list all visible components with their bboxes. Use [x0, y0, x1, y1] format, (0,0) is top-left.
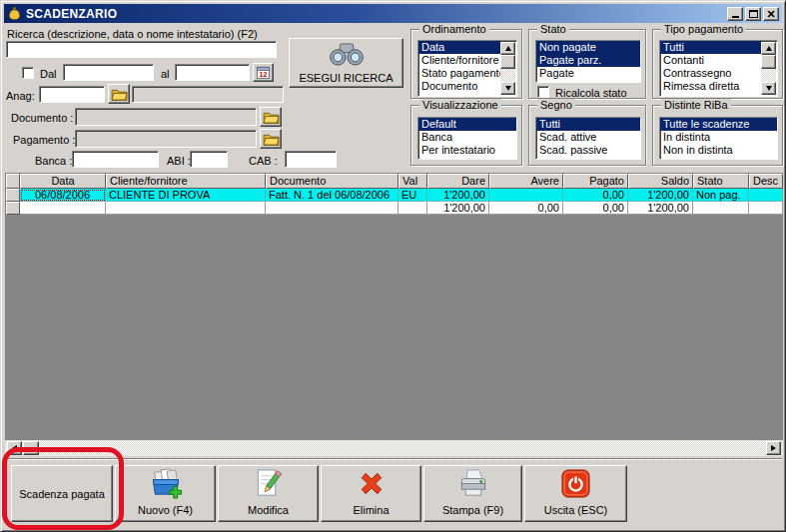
scrollbar-thumb[interactable] — [761, 55, 776, 69]
scroll-down-icon — [766, 86, 772, 91]
scroll-left-button[interactable] — [7, 441, 22, 455]
list-item[interactable]: Documento — [418, 80, 501, 93]
scrollbar-thumb[interactable] — [23, 441, 39, 455]
power-icon — [561, 466, 590, 501]
documento-browse-button[interactable] — [260, 107, 282, 127]
table-cell[interactable]: 0,00 — [563, 189, 628, 202]
anag-input[interactable] — [39, 86, 105, 103]
table-cell[interactable] — [489, 189, 563, 202]
scroll-up-button[interactable] — [500, 42, 515, 55]
elimina-button[interactable]: Elimina — [321, 465, 421, 522]
esegui-ricerca-button[interactable]: ESEGUI RICERCA — [289, 38, 403, 88]
esegui-ricerca-label: ESEGUI RICERCA — [299, 72, 393, 84]
modifica-button[interactable]: Modifica — [218, 465, 319, 522]
maximize-button[interactable] — [745, 7, 761, 21]
table-cell[interactable]: Fatt. N. 1 del 06/08/2006 — [266, 189, 398, 202]
table-cell: 0,00 — [563, 202, 628, 215]
scrollbar-vertical[interactable] — [500, 42, 515, 95]
column-header[interactable]: Data — [20, 174, 106, 189]
column-header[interactable]: Documento — [266, 174, 398, 189]
list-item[interactable]: Rimessa diretta — [660, 80, 762, 93]
calendar-button[interactable]: 12 — [253, 63, 274, 82]
list-item[interactable]: Scad. attive — [536, 131, 640, 144]
ricerca-label: Ricerca (descrizione, data o nome intest… — [7, 28, 258, 40]
table-row[interactable]: 06/08/2006 CLIENTE DI PROVA Fatt. N. 1 d… — [6, 189, 783, 202]
scroll-up-icon — [766, 46, 772, 51]
list-item[interactable]: Tutti — [660, 41, 762, 54]
table-totals-row: 1'200,00 0,00 0,00 1'200,00 — [6, 202, 783, 215]
list-item[interactable]: Tutte le scadenze — [660, 118, 777, 131]
scroll-right-button[interactable] — [766, 441, 781, 455]
scrollbar-thumb[interactable] — [500, 55, 515, 69]
title-bar: SCADENZARIO ✕ — [4, 4, 782, 23]
calendar-icon: 12 — [256, 65, 271, 80]
column-header[interactable]: Cliente/fornitore — [106, 174, 266, 189]
nuovo-button[interactable]: Nuovo (F4) — [115, 465, 216, 522]
dal-checkbox[interactable] — [22, 67, 34, 79]
scadenza-pagata-button[interactable]: Scadenza pagata — [11, 465, 113, 522]
visualizzazione-groupbox: Visualizzazione Default Banca Per intest… — [410, 105, 522, 166]
column-header[interactable]: Stato — [693, 174, 749, 189]
scroll-down-button[interactable] — [500, 82, 515, 95]
list-item[interactable]: Data — [418, 41, 501, 54]
elimina-label: Elimina — [353, 504, 389, 516]
pagamento-label: Pagamento : — [13, 134, 75, 146]
tipo-pagamento-listbox: Tutti Contanti Contrassegno Rimessa dire… — [659, 40, 778, 97]
scrollbar-horizontal[interactable] — [5, 440, 783, 456]
list-item[interactable]: Default — [418, 118, 516, 131]
list-item[interactable]: In distinta — [660, 131, 777, 144]
ricalcola-stato-checkbox[interactable] — [537, 86, 549, 98]
list-item[interactable]: Stato pagamento — [418, 67, 501, 80]
scroll-up-icon — [505, 46, 511, 51]
ricerca-input[interactable] — [6, 41, 277, 58]
column-header[interactable]: Dare — [427, 174, 489, 189]
table-cell[interactable]: EU — [398, 189, 427, 202]
list-item[interactable]: Scad. passive — [536, 144, 640, 157]
table-cell: 0,00 — [489, 202, 563, 215]
dal-label: Dal — [40, 68, 57, 80]
scroll-down-button[interactable] — [761, 82, 776, 95]
new-item-icon — [148, 466, 184, 501]
column-header[interactable]: Pagato — [563, 174, 628, 189]
list-item[interactable]: Pagate parz. — [536, 54, 640, 67]
list-item[interactable]: Pagate — [536, 67, 640, 80]
column-header[interactable]: Saldo — [628, 174, 693, 189]
cab-input[interactable] — [285, 151, 337, 168]
stampa-button[interactable]: Stampa (F9) — [423, 465, 522, 522]
anag-browse-button[interactable] — [108, 84, 130, 104]
list-item[interactable]: Non pagate — [536, 41, 640, 54]
scrollbar-vertical[interactable] — [761, 42, 776, 95]
dal-date-input[interactable] — [63, 64, 154, 81]
column-header[interactable]: Val — [398, 174, 427, 189]
pagamento-browse-button[interactable] — [260, 129, 282, 149]
minimize-button[interactable] — [727, 7, 743, 21]
list-item[interactable]: Contrassegno — [660, 67, 762, 80]
scroll-up-button[interactable] — [761, 42, 776, 55]
toolbar-divider — [4, 458, 782, 460]
close-button[interactable]: ✕ — [763, 7, 779, 21]
row-selector[interactable] — [6, 189, 20, 202]
visualizzazione-listbox: Default Banca Per intestatario — [417, 117, 517, 160]
column-header[interactable]: Desc — [749, 174, 783, 189]
table-cell[interactable]: CLIENTE DI PROVA — [106, 189, 266, 202]
uscita-label: Uscita (ESC) — [544, 504, 608, 516]
column-header[interactable]: Avere — [489, 174, 563, 189]
list-item[interactable]: Non in distinta — [660, 144, 777, 157]
table-cell[interactable]: 06/08/2006 — [20, 189, 106, 202]
abi-input[interactable] — [190, 151, 228, 168]
al-date-input[interactable] — [175, 64, 250, 81]
table-cell[interactable] — [749, 189, 783, 202]
uscita-button[interactable]: Uscita (ESC) — [524, 465, 627, 522]
stampa-label: Stampa (F9) — [442, 504, 503, 516]
list-item[interactable]: Per intestatario — [418, 144, 516, 157]
al-label: al — [161, 68, 170, 80]
table-cell[interactable]: 1'200,00 — [427, 189, 489, 202]
table-cell[interactable]: 1'200,00 — [628, 189, 693, 202]
list-item[interactable]: Tutti — [536, 118, 640, 131]
anag-description-field — [132, 86, 284, 103]
list-item[interactable]: Contanti — [660, 54, 762, 67]
list-item[interactable]: Cliente/fornitore — [418, 54, 501, 67]
list-item[interactable]: Banca — [418, 131, 516, 144]
table-cell[interactable]: Non pag. — [693, 189, 749, 202]
banca-input[interactable] — [72, 151, 159, 168]
